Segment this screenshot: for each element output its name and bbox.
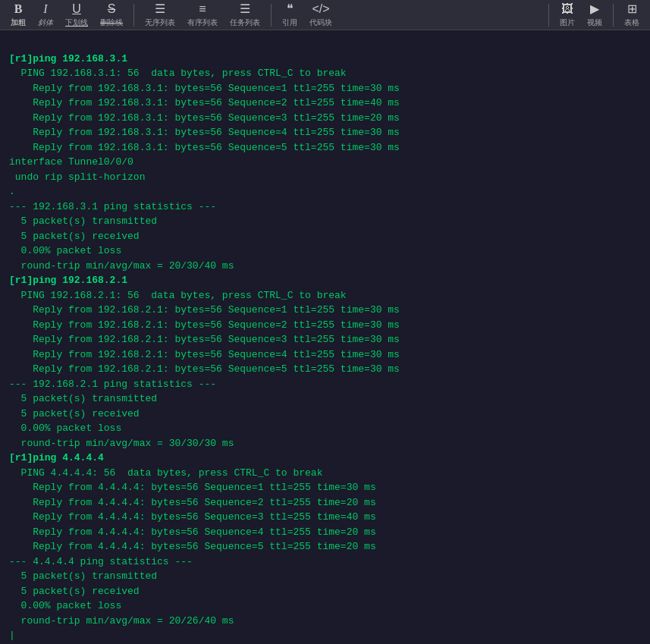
terminal-line: Reply from 192.168.2.1: bytes=56 Sequenc… bbox=[9, 332, 641, 347]
terminal-line: 0.00% packet loss bbox=[9, 598, 641, 614]
video-button[interactable]: ▶ 视频 bbox=[582, 0, 607, 30]
image-button[interactable]: 🖼 图片 bbox=[555, 1, 579, 30]
terminal-line: Reply from 192.168.2.1: bytes=56 Sequenc… bbox=[9, 303, 641, 318]
video-icon: ▶ bbox=[590, 2, 599, 16]
video-label: 视频 bbox=[587, 17, 602, 28]
image-label: 图片 bbox=[560, 17, 575, 28]
terminal-line: [r1]ping 192.168.2.1 bbox=[9, 273, 641, 288]
quote-icon: ❝ bbox=[287, 2, 294, 16]
task-list-label: 任务列表 bbox=[230, 17, 260, 28]
bold-icon: B bbox=[14, 2, 23, 16]
italic-icon: I bbox=[43, 2, 47, 16]
unordered-list-button[interactable]: ☰ 无序列表 bbox=[140, 0, 180, 30]
terminal-line: PING 192.168.3.1: 56 data bytes, press C… bbox=[9, 66, 641, 81]
strikethrough-icon: S bbox=[108, 2, 116, 16]
terminal-line: undo rip split-horizon bbox=[9, 170, 641, 185]
terminal-line: 5 packet(s) received bbox=[9, 407, 641, 422]
terminal-line: interface Tunnel0/0/0 bbox=[9, 155, 641, 170]
terminal-line: Reply from 4.4.4.4: bytes=56 Sequence=2 … bbox=[9, 495, 641, 510]
terminal-line: 5 packet(s) transmitted bbox=[9, 569, 641, 584]
table-icon: ⊞ bbox=[627, 2, 637, 16]
strikethrough-button[interactable]: S 删除线 bbox=[96, 1, 127, 30]
terminal-line: [r1]ping 192.168.3.1 bbox=[9, 52, 641, 67]
terminal-line: round-trip min/avg/max = 20/26/40 ms bbox=[9, 614, 641, 629]
bold-label: 加粗 bbox=[11, 17, 26, 28]
task-list-button[interactable]: ☰ 任务列表 bbox=[225, 0, 265, 30]
italic-button[interactable]: I 斜体 bbox=[33, 1, 58, 30]
code-block-label: 代码块 bbox=[309, 17, 332, 28]
terminal-line: Reply from 192.168.2.1: bytes=56 Sequenc… bbox=[9, 318, 641, 333]
terminal-line: Reply from 192.168.3.1: bytes=56 Sequenc… bbox=[9, 111, 641, 126]
terminal-line: 5 packet(s) received bbox=[9, 229, 641, 244]
separator-1 bbox=[133, 4, 134, 27]
toolbar: B 加粗 I 斜体 U 下划线 S 删除线 ☰ 无序列表 ≡ 有序列表 ☰ 任务… bbox=[0, 0, 650, 30]
terminal-line: Reply from 192.168.3.1: bytes=56 Sequenc… bbox=[9, 140, 641, 156]
strikethrough-label: 删除线 bbox=[100, 17, 123, 28]
terminal-line: Reply from 4.4.4.4: bytes=56 Sequence=4 … bbox=[9, 525, 641, 540]
terminal-line: Reply from 192.168.2.1: bytes=56 Sequenc… bbox=[9, 362, 641, 377]
terminal-line: Reply from 4.4.4.4: bytes=56 Sequence=3 … bbox=[9, 510, 641, 525]
task-list-icon: ☰ bbox=[240, 2, 250, 16]
terminal-line: [r1]ping 4.4.4.4 bbox=[9, 451, 641, 466]
terminal-line: 0.00% packet loss bbox=[9, 421, 641, 436]
terminal-line: --- 4.4.4.4 ping statistics --- bbox=[9, 554, 641, 570]
terminal-line: 0.00% packet loss bbox=[9, 243, 641, 259]
terminal-line: PING 4.4.4.4: 56 data bytes, press CTRL_… bbox=[9, 466, 641, 481]
terminal-line: Reply from 4.4.4.4: bytes=56 Sequence=5 … bbox=[9, 539, 641, 554]
quote-label: 引用 bbox=[282, 17, 297, 28]
terminal-line: 5 packet(s) transmitted bbox=[9, 214, 641, 229]
terminal-line: --- 192.168.2.1 ping statistics --- bbox=[9, 377, 641, 392]
separator-2 bbox=[271, 4, 272, 27]
terminal-line: Reply from 192.168.2.1: bytes=56 Sequenc… bbox=[9, 347, 641, 363]
terminal-line: . bbox=[9, 184, 641, 199]
italic-label: 斜体 bbox=[38, 17, 53, 28]
terminal-line: Reply from 4.4.4.4: bytes=56 Sequence=1 … bbox=[9, 480, 641, 495]
terminal-line: Reply from 192.168.3.1: bytes=56 Sequenc… bbox=[9, 96, 641, 111]
terminal-line: PING 192.168.2.1: 56 data bytes, press C… bbox=[9, 288, 641, 303]
unordered-list-icon: ☰ bbox=[155, 2, 165, 16]
table-button[interactable]: ⊞ 表格 bbox=[620, 0, 644, 30]
underline-icon: U bbox=[72, 2, 81, 16]
ordered-list-label: 有序列表 bbox=[187, 17, 218, 28]
terminal-line: round-trip min/avg/max = 30/30/30 ms bbox=[9, 436, 641, 451]
terminal-line: Reply from 192.168.3.1: bytes=56 Sequenc… bbox=[9, 81, 641, 96]
terminal-line: --- 192.168.3.1 ping statistics --- bbox=[9, 199, 641, 215]
image-icon: 🖼 bbox=[561, 2, 573, 16]
terminal-line: 5 packet(s) received bbox=[9, 584, 641, 599]
separator-4 bbox=[613, 4, 614, 27]
code-block-button[interactable]: </> 代码块 bbox=[305, 1, 337, 30]
ordered-list-icon: ≡ bbox=[199, 2, 206, 16]
terminal-line: Reply from 192.168.3.1: bytes=56 Sequenc… bbox=[9, 125, 641, 140]
table-label: 表格 bbox=[624, 17, 639, 28]
code-block-icon: </> bbox=[312, 2, 329, 16]
terminal-line: round-trip min/avg/max = 20/30/40 ms bbox=[9, 259, 641, 274]
unordered-list-label: 无序列表 bbox=[145, 17, 175, 28]
underline-button[interactable]: U 下划线 bbox=[61, 1, 93, 30]
underline-label: 下划线 bbox=[65, 17, 88, 28]
terminal-area[interactable]: [r1]ping 192.168.3.1 PING 192.168.3.1: 5… bbox=[0, 30, 650, 644]
separator-3 bbox=[548, 4, 549, 27]
ordered-list-button[interactable]: ≡ 有序列表 bbox=[183, 1, 222, 30]
bold-button[interactable]: B 加粗 bbox=[6, 1, 30, 30]
terminal-line: | bbox=[9, 628, 641, 643]
quote-button[interactable]: ❝ 引用 bbox=[278, 0, 302, 30]
terminal-line: 5 packet(s) transmitted bbox=[9, 391, 641, 407]
